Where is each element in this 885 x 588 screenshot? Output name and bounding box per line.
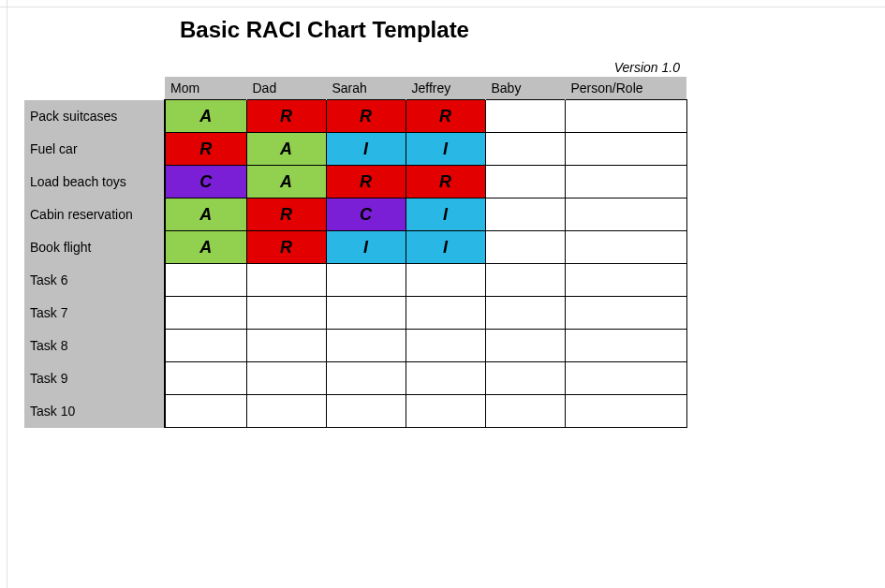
- raci-cell[interactable]: [485, 100, 565, 133]
- col-header[interactable]: Baby: [485, 77, 565, 100]
- spreadsheet-top-gutter: [0, 0, 885, 7]
- col-header[interactable]: Dad: [246, 77, 326, 100]
- raci-cell[interactable]: [165, 395, 246, 428]
- raci-cell[interactable]: [246, 330, 326, 362]
- raci-cell[interactable]: I: [326, 133, 406, 166]
- row-header[interactable]: Task 9: [24, 362, 165, 395]
- document-body: Basic RACI Chart Template Version 1.0 Mo…: [24, 9, 687, 428]
- raci-cell[interactable]: [246, 395, 326, 428]
- version-label: Version 1.0: [24, 60, 686, 75]
- raci-cell[interactable]: I: [406, 198, 485, 231]
- row-header[interactable]: Task 8: [24, 330, 165, 362]
- table-row: Task 8: [24, 330, 686, 362]
- raci-cell[interactable]: [406, 264, 485, 297]
- raci-cell[interactable]: [565, 362, 686, 395]
- raci-cell[interactable]: I: [326, 231, 406, 264]
- raci-cell[interactable]: [485, 166, 565, 198]
- corner-cell: [24, 77, 165, 100]
- raci-cell[interactable]: R: [246, 100, 326, 133]
- raci-cell[interactable]: [485, 395, 565, 428]
- row-header[interactable]: Task 6: [24, 264, 165, 297]
- raci-cell[interactable]: [565, 198, 686, 231]
- row-header[interactable]: Task 10: [24, 395, 165, 428]
- raci-cell[interactable]: A: [165, 198, 246, 231]
- table-row: Task 6: [24, 264, 686, 297]
- row-header[interactable]: Book flight: [24, 231, 165, 264]
- table-row: Task 7: [24, 297, 686, 330]
- raci-cell[interactable]: A: [165, 231, 246, 264]
- row-header[interactable]: Task 7: [24, 297, 165, 330]
- raci-cell[interactable]: [565, 100, 686, 133]
- raci-cell[interactable]: [485, 133, 565, 166]
- raci-cell[interactable]: I: [406, 133, 485, 166]
- raci-cell[interactable]: [165, 330, 246, 362]
- raci-cell[interactable]: [565, 395, 686, 428]
- table-row: Task 10: [24, 395, 686, 428]
- raci-cell[interactable]: [485, 297, 565, 330]
- table-row: Load beach toysCARR: [24, 166, 686, 198]
- raci-table: Mom Dad Sarah Jeffrey Baby Person/Role P…: [24, 77, 687, 428]
- raci-cell[interactable]: [326, 395, 406, 428]
- raci-cell[interactable]: R: [246, 198, 326, 231]
- raci-cell[interactable]: [565, 330, 686, 362]
- page-title: Basic RACI Chart Template: [180, 17, 687, 43]
- row-header[interactable]: Load beach toys: [24, 166, 165, 198]
- raci-cell[interactable]: [246, 297, 326, 330]
- raci-cell[interactable]: [406, 395, 485, 428]
- raci-cell[interactable]: R: [165, 133, 246, 166]
- raci-cell[interactable]: [565, 166, 686, 198]
- raci-cell[interactable]: [485, 231, 565, 264]
- raci-cell[interactable]: C: [165, 166, 246, 198]
- table-row: Fuel carRAII: [24, 133, 686, 166]
- raci-cell[interactable]: [326, 264, 406, 297]
- raci-cell[interactable]: [246, 264, 326, 297]
- raci-cell[interactable]: [565, 264, 686, 297]
- raci-cell[interactable]: [565, 133, 686, 166]
- raci-cell[interactable]: [246, 362, 326, 395]
- col-header[interactable]: Mom: [165, 77, 246, 100]
- table-row: Task 9: [24, 362, 686, 395]
- raci-cell[interactable]: [165, 264, 246, 297]
- raci-cell[interactable]: C: [326, 198, 406, 231]
- table-body: Pack suitcasesARRRFuel carRAIILoad beach…: [24, 100, 686, 428]
- col-header[interactable]: Person/Role: [565, 77, 686, 100]
- spreadsheet-left-gutter: [0, 0, 7, 588]
- table-row: Pack suitcasesARRR: [24, 100, 686, 133]
- row-header[interactable]: Cabin reservation: [24, 198, 165, 231]
- table-row: Book flightARII: [24, 231, 686, 264]
- header-row: Mom Dad Sarah Jeffrey Baby Person/Role: [24, 77, 686, 100]
- raci-cell[interactable]: [406, 297, 485, 330]
- col-header[interactable]: Sarah: [326, 77, 406, 100]
- raci-cell[interactable]: [485, 198, 565, 231]
- raci-cell[interactable]: [565, 297, 686, 330]
- raci-cell[interactable]: [326, 362, 406, 395]
- raci-cell[interactable]: [326, 330, 406, 362]
- raci-cell[interactable]: [485, 330, 565, 362]
- row-header[interactable]: Fuel car: [24, 133, 165, 166]
- raci-cell[interactable]: [326, 297, 406, 330]
- raci-cell[interactable]: A: [246, 133, 326, 166]
- raci-cell[interactable]: [165, 297, 246, 330]
- raci-cell[interactable]: [565, 231, 686, 264]
- table-row: Cabin reservationARCI: [24, 198, 686, 231]
- row-header[interactable]: Pack suitcases: [24, 100, 165, 133]
- raci-cell[interactable]: [485, 362, 565, 395]
- raci-cell[interactable]: A: [246, 166, 326, 198]
- raci-cell[interactable]: A: [165, 100, 246, 133]
- raci-cell[interactable]: R: [246, 231, 326, 264]
- raci-cell[interactable]: R: [406, 100, 485, 133]
- raci-cell[interactable]: [485, 264, 565, 297]
- raci-cell[interactable]: I: [406, 231, 485, 264]
- raci-cell[interactable]: [406, 330, 485, 362]
- raci-cell[interactable]: [406, 362, 485, 395]
- raci-cell[interactable]: [165, 362, 246, 395]
- raci-cell[interactable]: R: [326, 166, 406, 198]
- raci-cell[interactable]: R: [406, 166, 485, 198]
- raci-cell[interactable]: R: [326, 100, 406, 133]
- col-header[interactable]: Jeffrey: [406, 77, 485, 100]
